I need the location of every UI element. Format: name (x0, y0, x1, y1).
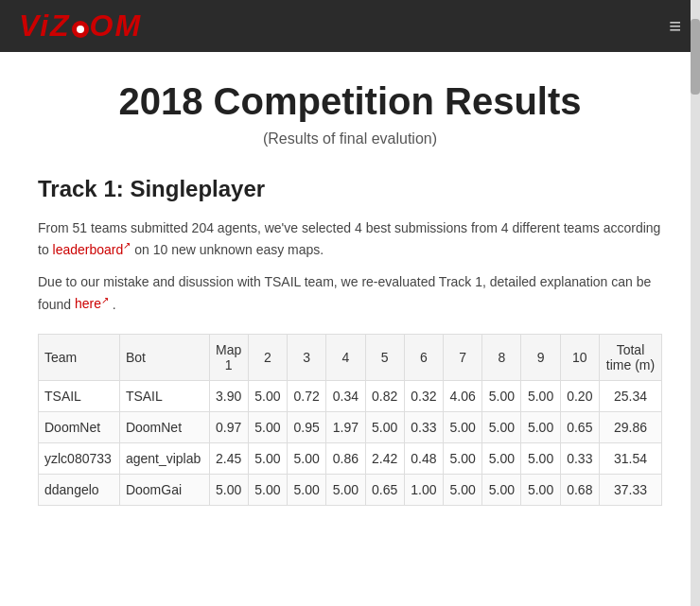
cell-team: ddangelo (39, 474, 120, 505)
cell-bot: agent_viplab (119, 442, 209, 474)
col-map3: 3 (288, 334, 326, 380)
cell-map-score: 5.00 (482, 411, 521, 442)
col-map8: 8 (482, 334, 521, 380)
here-link[interactable]: here (75, 296, 109, 311)
description-paragraph: From 51 teams submitted 204 agents, we'v… (38, 217, 662, 260)
track-heading: Track 1: Singleplayer (38, 176, 662, 202)
cell-total: 37.33 (599, 474, 661, 505)
cell-team: yzlc080733 (39, 442, 120, 474)
cell-map-score: 5.00 (288, 474, 326, 505)
cell-map-score: 5.00 (248, 442, 287, 474)
cell-map-score: 0.97 (209, 411, 248, 442)
cell-map-score: 5.00 (248, 411, 287, 442)
logo-i: i (40, 9, 50, 43)
note-paragraph: Due to our mistake and disussion with TS… (38, 271, 662, 314)
note-text: Due to our mistake and disussion with TS… (38, 274, 651, 311)
cell-map-score: 0.32 (404, 380, 443, 411)
note-cont: . (113, 296, 116, 311)
cell-map-score: 0.68 (560, 474, 599, 505)
description-text1-cont: on 10 new unknown easy maps. (134, 242, 324, 257)
logo-m1: M (114, 9, 142, 43)
cell-map-score: 5.00 (443, 442, 481, 474)
cell-map-score: 0.33 (560, 442, 599, 474)
cell-map-score: 0.65 (560, 411, 599, 442)
cell-total: 29.86 (599, 411, 661, 442)
cell-map-score: 0.95 (288, 411, 326, 442)
cell-total: 25.34 (599, 380, 661, 411)
cell-map-score: 0.20 (560, 380, 599, 411)
cell-map-score: 5.00 (482, 380, 521, 411)
col-team: Team (39, 334, 120, 380)
col-map5: 5 (365, 334, 404, 380)
col-bot: Bot (119, 334, 209, 380)
site-logo[interactable]: ViZOM (19, 9, 142, 43)
cell-map-score: 5.00 (482, 442, 521, 474)
cell-map-score: 0.65 (365, 474, 404, 505)
logo-eye-icon (72, 21, 89, 38)
cell-map-score: 5.00 (521, 380, 560, 411)
scrollbar[interactable] (691, 0, 700, 534)
results-table: Team Bot Map1 2 3 4 5 6 7 8 9 10 Totalti… (38, 334, 662, 506)
description-text1: From 51 teams submitted 204 agents, we'v… (38, 220, 660, 257)
cell-team: TSAIL (39, 380, 120, 411)
col-map10: 10 (560, 334, 599, 380)
table-row: ddangeloDoomGai5.005.005.005.000.651.005… (39, 474, 662, 505)
logo-v: V (19, 9, 40, 43)
cell-map-score: 0.72 (288, 380, 326, 411)
cell-map-score: 5.00 (365, 411, 404, 442)
cell-map-score: 2.45 (209, 442, 248, 474)
cell-team: DoomNet (39, 411, 120, 442)
col-map2: 2 (248, 334, 287, 380)
cell-map-score: 1.00 (404, 474, 443, 505)
cell-bot: DoomGai (119, 474, 209, 505)
table-header-row: Team Bot Map1 2 3 4 5 6 7 8 9 10 Totalti… (39, 334, 662, 380)
cell-bot: TSAIL (119, 380, 209, 411)
table-row: TSAILTSAIL3.905.000.720.340.820.324.065.… (39, 380, 662, 411)
col-total: Totaltime (m) (599, 334, 661, 380)
cell-map-score: 0.34 (326, 380, 365, 411)
cell-map-score: 5.00 (482, 474, 521, 505)
table-row: DoomNetDoomNet0.975.000.951.975.000.335.… (39, 411, 662, 442)
cell-map-score: 5.00 (326, 474, 365, 505)
scrollbar-thumb[interactable] (691, 19, 700, 95)
cell-map-score: 5.00 (209, 474, 248, 505)
logo-o: O (90, 9, 115, 43)
page-title: 2018 Competition Results (38, 80, 662, 123)
cell-map-score: 5.00 (443, 411, 481, 442)
cell-map-score: 5.00 (521, 474, 560, 505)
cell-map-score: 0.82 (365, 380, 404, 411)
cell-map-score: 1.97 (326, 411, 365, 442)
main-content: 2018 Competition Results (Results of fin… (0, 52, 700, 534)
cell-map-score: 5.00 (248, 474, 287, 505)
cell-map-score: 0.86 (326, 442, 365, 474)
cell-map-score: 5.00 (248, 380, 287, 411)
leaderboard-link[interactable]: leaderboard (53, 242, 131, 257)
cell-bot: DoomNet (119, 411, 209, 442)
cell-map-score: 2.42 (365, 442, 404, 474)
cell-map-score: 4.06 (443, 380, 481, 411)
page-subtitle: (Results of final evalution) (38, 130, 662, 147)
cell-map-score: 5.00 (521, 442, 560, 474)
menu-button[interactable]: ≡ (669, 14, 681, 39)
col-map4: 4 (326, 334, 365, 380)
logo-z: Z (50, 9, 71, 43)
col-map6: 6 (404, 334, 443, 380)
col-map1: Map1 (209, 334, 248, 380)
cell-total: 31.54 (599, 442, 661, 474)
cell-map-score: 5.00 (521, 411, 560, 442)
cell-map-score: 0.33 (404, 411, 443, 442)
cell-map-score: 3.90 (209, 380, 248, 411)
col-map9: 9 (521, 334, 560, 380)
cell-map-score: 5.00 (288, 442, 326, 474)
cell-map-score: 5.00 (443, 474, 481, 505)
table-row: yzlc080733agent_viplab2.455.005.000.862.… (39, 442, 662, 474)
site-header: ViZOM ≡ (0, 0, 700, 52)
cell-map-score: 0.48 (404, 442, 443, 474)
col-map7: 7 (443, 334, 481, 380)
